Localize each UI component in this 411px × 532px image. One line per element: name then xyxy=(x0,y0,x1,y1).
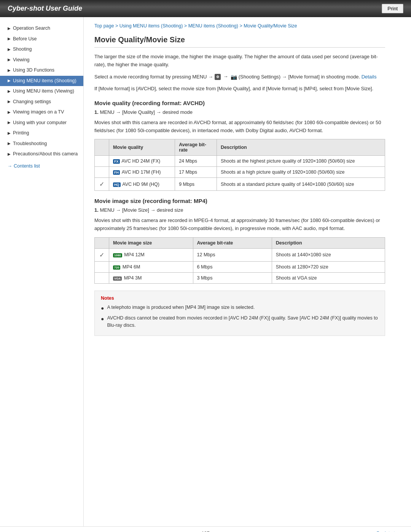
quality-badge: FX xyxy=(113,159,120,164)
sidebar-item-1[interactable]: ▶Before Use xyxy=(0,34,83,45)
sidebar-item-label: Using MENU items (Viewing) xyxy=(13,88,74,95)
avchd-bitrate-cell-0: 24 Mbps xyxy=(175,156,217,167)
table-row: FH AVC HD 17M (FH) 17 Mbps Shoots at a h… xyxy=(95,167,385,178)
sidebar-item-6[interactable]: ▶Using MENU items (Viewing) xyxy=(0,86,83,97)
intro-para2: Select a movie recording format by press… xyxy=(94,73,385,81)
mp4-col-size: Movie image size xyxy=(109,237,193,248)
sidebar-arrow-icon: ▶ xyxy=(8,89,11,94)
sidebar-item-8[interactable]: ▶Viewing images on a TV xyxy=(0,107,83,118)
triangle-up-icon: ▲ xyxy=(370,531,375,532)
sidebar-item-5[interactable]: ▶Using MENU items (Shooting) xyxy=(0,76,83,86)
sidebar-item-3[interactable]: ▶Viewing xyxy=(0,55,83,66)
sidebar-item-9[interactable]: ▶Using with your computer xyxy=(0,118,83,128)
sidebar: ▶Operation Search▶Before Use▶Shooting▶Vi… xyxy=(0,17,84,526)
sidebar-arrow-icon: ▶ xyxy=(8,68,11,73)
avchd-check-cell-2: ✓ xyxy=(95,178,109,191)
mp4-quality-cell-2: VGA MP4 3M xyxy=(109,272,193,283)
table-row: 720 MP4 6M 6 Mbps Shoots at 1280×720 siz… xyxy=(95,261,385,272)
avchd-desc-cell-1: Shoots at a high picture quality of 1920… xyxy=(217,167,385,178)
contents-list-link[interactable]: → Contents list xyxy=(0,160,83,169)
intro-para2-prefix: Select a movie recording format by press… xyxy=(94,73,213,79)
print-button[interactable]: Print xyxy=(382,4,403,13)
mp4-col-bitrate: Average bit-rate xyxy=(193,237,272,248)
intro-para2-suffix: (Shooting Settings) → [Movie format] in … xyxy=(239,73,360,79)
sidebar-item-12[interactable]: ▶Precautions/About this camera xyxy=(0,149,83,160)
sidebar-arrow-icon: ▶ xyxy=(8,131,11,136)
mp4-step: 1. MENU → [Movie Size] → desired size xyxy=(94,207,385,213)
sidebar-item-label: Operation Search xyxy=(13,25,50,32)
mp4-desc-cell-1: Shoots at 1280×720 size xyxy=(272,261,385,272)
sidebar-item-label: Precautions/About this camera xyxy=(13,151,78,158)
mp4-para: Movies shot with this camera are recorde… xyxy=(94,217,385,233)
quality-badge: VGA xyxy=(113,276,122,281)
mp4-table: Movie image size Average bit-rate Descri… xyxy=(94,237,385,284)
sidebar-item-4[interactable]: ▶Using 3D Functions xyxy=(0,65,83,76)
main-content: Top page > Using MENU items (Shooting) >… xyxy=(84,17,396,526)
table-row: FX AVC HD 24M (FX) 24 Mbps Shoots at the… xyxy=(95,156,385,167)
notes-title: Notes xyxy=(101,296,379,301)
sidebar-arrow-icon: ▶ xyxy=(8,78,11,83)
sidebar-item-0[interactable]: ▶Operation Search xyxy=(0,23,83,34)
avchd-col-bitrate: Average bit-rate xyxy=(175,139,217,156)
page-number: 107 xyxy=(140,530,270,532)
avchd-check-cell-0 xyxy=(95,156,109,167)
notes-box: Notes ●A telephoto image is produced whe… xyxy=(94,291,385,336)
sidebar-item-label: Using with your computer xyxy=(13,120,67,126)
notes-text: AVCHD discs cannot be created from movie… xyxy=(107,315,379,329)
sidebar-item-label: Viewing images on a TV xyxy=(13,109,64,116)
main-layout: ▶Operation Search▶Before Use▶Shooting▶Vi… xyxy=(0,17,411,526)
mp4-bitrate-cell-1: 6 Mbps xyxy=(193,261,272,272)
mp4-quality-cell-1: 720 MP4 6M xyxy=(109,261,193,272)
quality-badge: 1080 xyxy=(113,253,122,257)
mp4-quality-cell-0: 1080 MP4 12M xyxy=(109,248,193,261)
notes-item-0: ●A telephoto image is produced when [MP4… xyxy=(101,304,379,312)
checkmark-icon: ✓ xyxy=(99,181,104,187)
checkmark-icon: ✓ xyxy=(99,252,104,258)
notes-item-1: ●AVCHD discs cannot be created from movi… xyxy=(101,315,379,329)
mp4-check-cell-2 xyxy=(95,272,109,283)
mp4-desc-cell-0: Shoots at 1440×1080 size xyxy=(272,248,385,261)
section-mp4-title: Movie image size (recording format: MP4) xyxy=(94,198,385,204)
avchd-desc-cell-2: Shoots at a standard picture quality of … xyxy=(217,178,385,191)
notes-text: A telephoto image is produced when [MP4 … xyxy=(107,304,255,311)
avchd-quality-cell-1: FH AVC HD 17M (FH) xyxy=(109,167,175,178)
avchd-bitrate-cell-2: 9 Mbps xyxy=(175,178,217,191)
mp4-bitrate-cell-2: 3 Mbps xyxy=(193,272,272,283)
sidebar-arrow-icon: ▶ xyxy=(8,36,11,42)
avchd-quality-cell-0: FX AVC HD 24M (FX) xyxy=(109,156,175,167)
sidebar-item-7[interactable]: ▶Changing settings xyxy=(0,97,83,107)
sidebar-item-label: Before Use xyxy=(13,36,37,43)
intro-para1: The larger the size of the movie image, … xyxy=(94,53,385,69)
breadcrumb[interactable]: Top page > Using MENU items (Shooting) >… xyxy=(94,23,385,29)
details-link[interactable]: Details xyxy=(362,73,377,79)
bullet-icon: ● xyxy=(101,304,104,312)
sidebar-item-2[interactable]: ▶Shooting xyxy=(0,44,83,55)
sidebar-arrow-icon: ▶ xyxy=(8,141,11,146)
bullet-icon: ● xyxy=(101,315,104,323)
avchd-para: Movies shot with this camera are recorde… xyxy=(94,119,385,135)
sidebar-item-label: Troubleshooting xyxy=(13,141,47,147)
sidebar-arrow-icon: ▶ xyxy=(8,26,11,31)
mp4-col-icon xyxy=(95,237,109,248)
avchd-table: Movie quality Average bit-rate Descripti… xyxy=(94,139,385,191)
quality-badge: HQ xyxy=(113,182,121,187)
back-to-top-link[interactable]: ▲ Back to top xyxy=(370,531,400,532)
sidebar-arrow-icon: ▶ xyxy=(8,99,11,104)
sidebar-arrow-icon: ▶ xyxy=(8,110,11,115)
footer: 107 ▲ Back to top xyxy=(0,526,411,532)
sidebar-item-10[interactable]: ▶Printing xyxy=(0,128,83,139)
avchd-step: 1. MENU → [Movie Quality] → desired mode xyxy=(94,109,385,115)
sidebar-item-11[interactable]: ▶Troubleshooting xyxy=(0,139,83,149)
settings-icon: ⚙ xyxy=(215,74,221,80)
intro-para3: If [Movie format] is [AVCHD], select the… xyxy=(94,85,385,93)
arrow-right-icon: → xyxy=(8,163,12,169)
sidebar-item-label: Using MENU items (Shooting) xyxy=(13,78,76,85)
avchd-desc-cell-0: Shoots at the highest picture quality of… xyxy=(217,156,385,167)
table-row: VGA MP4 3M 3 Mbps Shoots at VGA size xyxy=(95,272,385,283)
table-row: ✓ HQ AVC HD 9M (HQ) 9 Mbps Shoots at a s… xyxy=(95,178,385,191)
sidebar-item-label: Using 3D Functions xyxy=(13,67,54,74)
back-to-top-label: Back to top xyxy=(376,531,400,532)
sidebar-item-label: Shooting xyxy=(13,46,32,53)
mp4-col-desc: Description xyxy=(272,237,385,248)
sidebar-item-label: Printing xyxy=(13,130,29,137)
